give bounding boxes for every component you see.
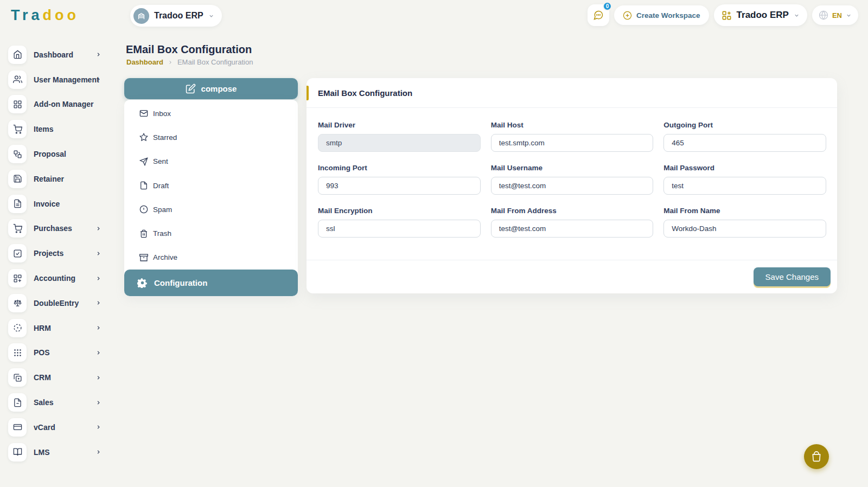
chevron-right-icon <box>95 251 101 257</box>
configuration-label: Configuration <box>154 278 207 287</box>
sidebar-item-label: Accounting <box>34 274 75 283</box>
breadcrumb: Dashboard EMail Box Configuration <box>126 58 253 66</box>
configuration-button[interactable]: Configuration <box>124 270 298 296</box>
archive-icon <box>139 253 148 262</box>
folder-label: Starred <box>153 133 177 142</box>
sidebar-item-dashboard[interactable]: Dashboard <box>0 42 115 67</box>
save-changes-button[interactable]: Save Changes <box>754 267 831 286</box>
mail-username-input[interactable] <box>491 177 654 195</box>
field-mail-from-address: Mail From Address <box>491 207 654 238</box>
sidebar-item-invoice[interactable]: Invoice <box>0 191 115 216</box>
sidebar-item-projects[interactable]: Projects <box>0 241 115 266</box>
main-sidebar: Dashboard User Management Add-on Manager… <box>0 42 115 465</box>
topbar: Tradoo Tradoo ERP 0 Create Workspace Tra… <box>0 0 868 31</box>
mail-password-input[interactable] <box>663 177 826 195</box>
workflow-icon <box>8 145 27 163</box>
chevron-right-icon <box>168 60 173 65</box>
chat-button[interactable]: 0 <box>588 4 609 26</box>
sidebar-item-lms[interactable]: LMS <box>0 440 115 465</box>
sidebar-item-retainer[interactable]: Retainer <box>0 166 115 191</box>
chevron-down-icon <box>208 13 214 19</box>
folder-label: Trash <box>153 229 171 238</box>
sidebar-item-label: Sales <box>34 398 54 407</box>
chevron-right-icon <box>95 275 101 281</box>
sidebar-item-user-management[interactable]: User Management <box>0 67 115 92</box>
folder-label: Draft <box>153 182 169 190</box>
chevron-right-icon <box>95 226 101 232</box>
home-icon <box>8 46 27 64</box>
shopping-cart-icon <box>8 120 27 138</box>
chevron-right-icon <box>95 300 101 306</box>
sidebar-item-label: Purchases <box>34 224 72 233</box>
trash-icon <box>139 229 148 238</box>
sidebar-item-crm[interactable]: CRM <box>0 365 115 390</box>
plus-circle-icon <box>623 11 632 20</box>
incoming-port-input[interactable] <box>318 177 481 195</box>
sidebar-item-addon-manager[interactable]: Add-on Manager <box>0 92 115 117</box>
mail-host-input[interactable] <box>491 134 654 152</box>
sidebar-item-sales[interactable]: Sales <box>0 390 115 415</box>
chevron-right-icon <box>95 52 101 57</box>
marketplace-fab-button[interactable] <box>804 444 829 469</box>
window-plus-icon <box>8 368 27 387</box>
mail-icon <box>139 109 148 118</box>
app-menu-button[interactable]: Tradoo ERP <box>714 4 807 26</box>
folder-label: Sent <box>153 157 168 165</box>
page-title: EMail Box Configuration <box>126 43 252 56</box>
chevron-down-icon <box>794 12 800 18</box>
mail-encryption-input[interactable] <box>318 220 481 238</box>
folder-inbox[interactable]: Inbox <box>124 101 298 125</box>
sidebar-item-items[interactable]: Items <box>0 117 115 142</box>
sidebar-item-proposal[interactable]: Proposal <box>0 142 115 166</box>
save-icon <box>8 170 27 188</box>
folder-starred[interactable]: Starred <box>124 125 298 149</box>
target-icon <box>8 319 27 337</box>
language-selector[interactable]: EN <box>812 5 858 25</box>
sidebar-item-vcard[interactable]: vCard <box>0 415 115 440</box>
card-footer: Save Changes <box>307 260 837 293</box>
sidebar-item-label: LMS <box>34 448 50 457</box>
grid-plus-icon <box>722 10 732 21</box>
sidebar-item-label: User Management <box>34 75 99 84</box>
mailbox-sidebar: compose Inbox Starred Sent Draft Spam Tr… <box>124 78 298 296</box>
chevron-right-icon <box>95 449 101 455</box>
sidebar-item-purchases[interactable]: Purchases <box>0 216 115 241</box>
book-open-icon <box>8 443 27 462</box>
dots-grid-icon <box>8 343 27 362</box>
card-title: EMail Box Configuration <box>318 88 412 98</box>
field-incoming-port: Incoming Port <box>318 164 481 195</box>
folder-trash[interactable]: Trash <box>124 221 298 245</box>
folder-archive[interactable]: Archive <box>124 246 298 270</box>
field-label: Mail Driver <box>318 121 481 129</box>
create-workspace-label: Create Workspace <box>636 11 700 20</box>
compose-button[interactable]: compose <box>124 78 298 99</box>
folder-label: Archive <box>153 253 177 261</box>
outgoing-port-input[interactable] <box>663 134 826 152</box>
sidebar-item-accounting[interactable]: Accounting <box>0 266 115 291</box>
folder-draft[interactable]: Draft <box>124 174 298 197</box>
folder-sent[interactable]: Sent <box>124 150 298 174</box>
sidebar-item-pos[interactable]: POS <box>0 341 115 366</box>
mail-folders-list: Inbox Starred Sent Draft Spam Trash Arch… <box>124 100 298 296</box>
breadcrumb-dashboard-link[interactable]: Dashboard <box>126 58 163 66</box>
sidebar-item-label: Invoice <box>34 200 60 208</box>
field-label: Outgoing Port <box>663 121 826 129</box>
mail-from-name-input[interactable] <box>663 220 826 238</box>
field-mail-encryption: Mail Encryption <box>318 207 481 238</box>
sidebar-item-label: HRM <box>34 324 51 332</box>
building-icon <box>137 12 145 20</box>
brand-logo: Tradoo <box>11 7 79 24</box>
field-outgoing-port: Outgoing Port <box>663 121 826 152</box>
create-workspace-button[interactable]: Create Workspace <box>614 5 709 25</box>
folder-label: Spam <box>153 206 172 214</box>
sidebar-item-doubleentry[interactable]: DoubleEntry <box>0 291 115 316</box>
chevron-right-icon <box>95 76 101 82</box>
mail-from-address-input[interactable] <box>491 220 654 238</box>
card-header: EMail Box Configuration <box>307 78 837 108</box>
sidebar-item-hrm[interactable]: HRM <box>0 316 115 341</box>
field-mail-username: Mail Username <box>491 164 654 195</box>
mail-driver-input[interactable] <box>318 134 481 152</box>
folder-spam[interactable]: Spam <box>124 197 298 221</box>
chevron-right-icon <box>95 424 101 430</box>
workspace-selector[interactable]: Tradoo ERP <box>130 5 222 27</box>
